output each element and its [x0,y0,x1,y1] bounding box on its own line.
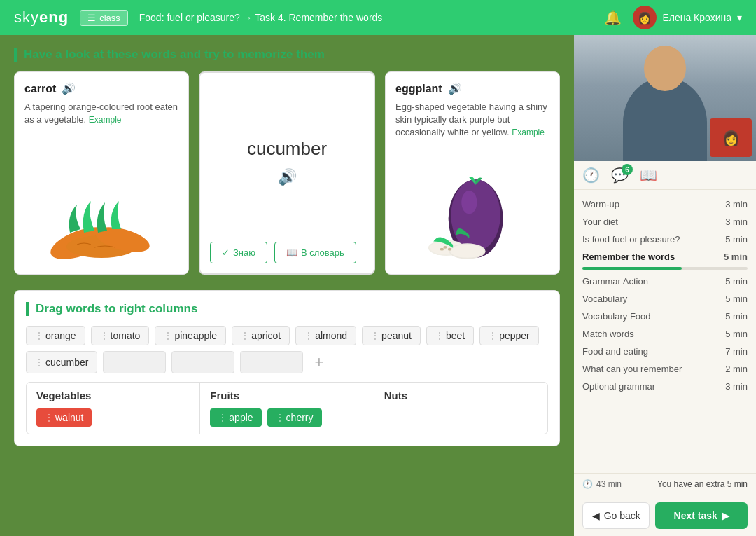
eggplant-card-title: eggplant 🔊 [396,82,550,95]
notification-icon[interactable]: 🔔 [604,9,622,26]
user-area[interactable]: 👩 Елена Крохина ▾ [633,6,742,29]
lesson-matchwords-duration: 5 min [725,329,748,339]
check-icon: ✓ [222,247,230,258]
lesson-item-vocabfood: Vocabulary Food 5 min [582,308,748,325]
carrot-example-link[interactable]: Example [89,115,122,125]
know-button[interactable]: ✓ Знаю [210,242,267,263]
dict-button[interactable]: 📖 В словарь [274,242,356,263]
lesson-optgrammar-label: Optional grammar [582,381,655,392]
chip-apricot[interactable]: apricot [232,326,290,345]
chip-peanut[interactable]: peanut [362,326,421,345]
dict-label: В словарь [301,247,344,258]
avatar: 👩 [633,6,657,29]
svg-point-10 [443,246,447,249]
lesson-fuel-duration: 5 min [725,234,748,245]
lesson-item-optgrammar: Optional grammar 3 min [582,378,748,395]
chip-pepper-label: pepper [499,330,530,341]
lesson-item-fuel: Is food fuel or pleasure? 5 min [582,231,748,248]
carrot-sound-icon[interactable]: 🔊 [62,82,76,95]
chip-pepper[interactable]: pepper [479,326,539,345]
drop-zone-3[interactable] [240,351,303,373]
eggplant-desc: Egg-shaped vegetable having a shiny skin… [396,101,550,139]
cucumber-sound-icon[interactable]: 🔊 [278,168,297,186]
lesson-item-remember: Remember the words 5 min [582,248,748,266]
chip-tomato-label: tomato [111,330,141,341]
chip-pineapple[interactable]: pineapple [155,326,226,345]
eggplant-image [396,146,550,264]
lesson-vocab-duration: 5 min [725,294,748,304]
clock-tab-icon[interactable]: 🕐 [582,167,600,184]
chip-peanut-label: peanut [382,330,412,341]
breadcrumb: Food: fuel or pleasure? → Task 4. Rememb… [139,12,594,23]
lesson-remember-duration: 5 min [724,252,748,262]
eggplant-svg [416,173,528,264]
drag-section: Drag words to right columns orange tomat… [14,290,560,446]
chip-tomato[interactable]: tomato [91,326,150,345]
book-icon: 📖 [286,247,298,258]
vegetables-chips: walnut [36,408,190,427]
person-head [644,46,686,91]
extra-time-label: You have an extra 5 min [657,479,748,489]
cucumber-word: cucumber [247,138,327,160]
go-back-button[interactable]: ◀ Go back [582,502,650,529]
fruits-title: Fruits [210,390,363,401]
chat-tab-icon[interactable]: 💬 6 [611,167,629,184]
chip-orange-label: orange [46,330,76,341]
lesson-foodeating-label: Food and eating [582,346,648,357]
carrot-image [24,133,178,264]
total-time: 43 min [596,479,622,489]
chip-walnut[interactable]: walnut [36,408,92,427]
carrot-desc: A tapering orange-coloured root eaten as… [24,101,178,126]
lesson-grammar-duration: 5 min [725,276,748,287]
memorize-title: Have a look at these words and try to me… [14,48,560,62]
tab-icons: 🕐 💬 6 📖 [574,161,756,190]
chevron-down-icon: ▾ [737,12,742,23]
progress-bar-wrap [582,267,748,270]
lesson-optgrammar-duration: 3 min [725,381,748,392]
right-panel: 👩 🕐 💬 6 📖 Warm-up 3 min Your diet 3 min … [574,35,756,536]
lesson-vocabfood-duration: 5 min [725,311,748,322]
vegetables-column: Vegetables walnut [27,383,200,434]
header: skyeng ☰ class Food: fuel or pleasure? →… [0,0,756,35]
eggplant-example-label: Example [512,128,545,137]
lesson-item-diet: Your diet 3 min [582,213,748,231]
book-tab-icon[interactable]: 📖 [640,167,657,184]
lesson-footer: 🕐 43 min You have an extra 5 min [574,473,756,495]
drop-zone-1[interactable] [103,351,166,373]
eggplant-example-link[interactable]: Example [512,128,545,137]
chip-cherry[interactable]: cherry [267,408,322,427]
lesson-item-warmup: Warm-up 3 min [582,195,748,213]
word-columns: Vegetables walnut Fruits apple cherry [27,383,547,434]
user-name: Елена Крохина [662,12,732,23]
eggplant-sound-icon[interactable]: 🔊 [448,82,462,95]
add-chip-button[interactable]: + [309,351,329,373]
class-label: class [99,13,120,23]
svg-point-9 [450,245,484,258]
chip-orange[interactable]: orange [26,326,85,345]
left-panel: Have a look at these words and try to me… [0,35,574,536]
lesson-matchwords-label: Match words [582,329,634,339]
progress-bar [582,267,682,270]
svg-point-5 [461,191,477,214]
back-label: Go back [604,510,640,521]
svg-point-12 [440,248,444,251]
chip-beet[interactable]: beet [426,326,474,345]
class-button[interactable]: ☰ class [80,10,128,26]
lesson-warmup-label: Warm-up [582,199,620,209]
drop-zone-2[interactable] [172,351,234,373]
chip-cucumber[interactable]: cucumber [26,351,97,373]
fruits-chips: apple cherry [210,408,363,427]
carrot-svg [38,194,164,264]
lesson-item-matchwords: Match words 5 min [582,325,748,343]
chip-almond-label: almond [315,330,347,341]
lesson-remember2-label: What can you remember [582,364,682,374]
eggplant-word: eggplant [396,83,442,95]
nav-buttons: ◀ Go back Next task ▶ [574,495,756,536]
chip-apple[interactable]: apple [210,408,261,427]
chat-badge: 6 [622,164,633,175]
next-arrow-icon: ▶ [722,510,729,521]
next-task-button[interactable]: Next task ▶ [655,502,748,529]
fruits-column: Fruits apple cherry [200,383,374,434]
chip-almond[interactable]: almond [295,326,356,345]
lesson-vocab-label: Vocabulary [582,294,627,304]
